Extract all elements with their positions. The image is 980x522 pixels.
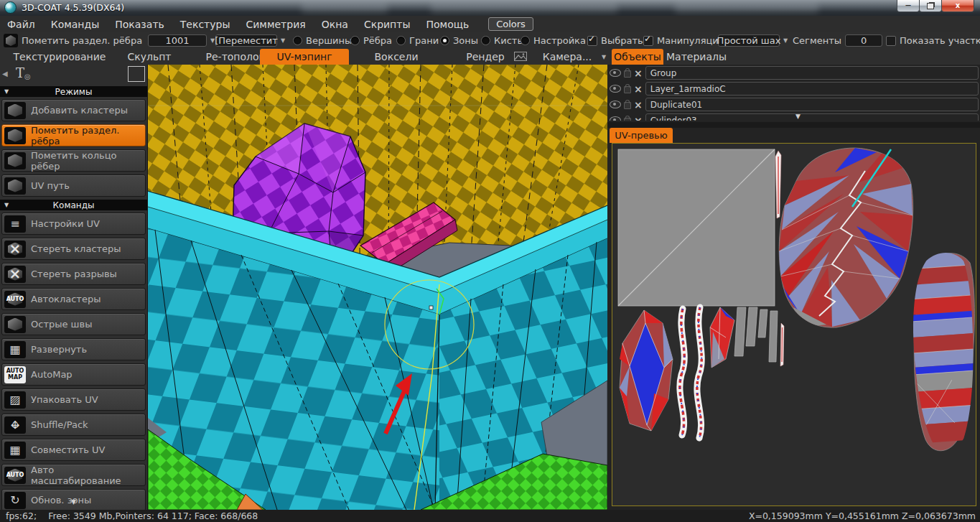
radio-icon [293, 36, 302, 45]
object-row[interactable]: × Group [610, 66, 979, 80]
cmd-automap[interactable]: AUTOMAP AutoMap [1, 363, 146, 386]
menu-help[interactable]: Помощь [419, 19, 477, 30]
tab-uv-preview[interactable]: UV-превью [610, 128, 673, 143]
menu-file[interactable]: Файл [0, 19, 43, 30]
visibility-eye-icon[interactable] [610, 116, 621, 121]
menu-textures[interactable]: Текстуры [172, 19, 238, 30]
camera-dropdown[interactable]: Камера... [536, 49, 599, 65]
restore-icon [927, 3, 934, 9]
restore-button[interactable] [919, 0, 942, 12]
mode-mark-edge-ring[interactable]: Пометить кольцо рёбер [1, 149, 146, 172]
delete-icon[interactable]: × [634, 116, 643, 121]
cmd-pack-uv[interactable]: ▨ Упаковать UV [1, 388, 146, 411]
tab-voxels[interactable]: Воксели [372, 49, 421, 65]
object-name-field[interactable]: Cylinder03 [645, 113, 979, 121]
faces-radio[interactable]: Грани [396, 32, 439, 49]
color-swatch[interactable] [128, 66, 145, 82]
cmd-sharp-seams[interactable]: Острые швы [1, 313, 146, 335]
uv-island-octagon [620, 310, 673, 431]
cmd-clear-seams[interactable]: × Стереть разрывы [1, 263, 146, 285]
uv-island-sliver [780, 323, 784, 366]
lock-icon[interactable] [624, 70, 631, 78]
cube-icon [4, 102, 26, 119]
object-name-field[interactable]: Group [645, 66, 979, 80]
delete-icon[interactable]: × [634, 68, 643, 78]
scroll-down-icon[interactable]: ▼ [795, 113, 801, 120]
cmd-unwrap[interactable]: ▦ Развернуть [1, 338, 146, 360]
cmd-auto-scale[interactable]: AUTO Авто масштабирование [1, 464, 146, 486]
settings-radio[interactable]: Настройка [521, 32, 586, 49]
tab-texturing[interactable]: Текстурирование [6, 49, 113, 65]
tab-render[interactable]: Рендер [462, 49, 508, 65]
menu-view[interactable]: Показать [107, 19, 172, 30]
chevron-down-icon[interactable]: ▼ [602, 54, 606, 60]
uv-island-sliver [775, 151, 781, 218]
checker-mode-dropdown[interactable]: Простой шах [718, 34, 780, 47]
cmd-shuffle-pack[interactable]: ↔↕ Shuffle/Pack [1, 414, 146, 436]
mode-uv-path[interactable]: UV путь [1, 174, 146, 197]
visibility-eye-icon[interactable] [610, 69, 621, 77]
tab-sculpt[interactable]: Скульпт [122, 49, 177, 65]
commands-section-header[interactable]: ▼ Команды [0, 200, 147, 210]
object-row[interactable]: × Duplicate01 [610, 98, 979, 111]
lock-icon[interactable] [624, 102, 631, 109]
delete-icon[interactable]: × [634, 100, 643, 110]
menu-windows[interactable]: Окна [314, 19, 356, 30]
scroll-down-icon[interactable]: ▼ [71, 498, 76, 505]
delete-icon[interactable]: × [634, 84, 643, 94]
show-areas-checkbox[interactable]: Показать участки [886, 32, 980, 49]
radio-icon-selected [440, 36, 449, 45]
lock-icon[interactable] [624, 118, 631, 121]
zones-radio[interactable]: Зоны [440, 32, 478, 49]
aero-reflection [431, 2, 617, 13]
checkbox-icon: ✓ [587, 36, 597, 46]
manipulations-checkbox[interactable]: ✓ Манипуляции [643, 32, 724, 49]
menu-symmetry[interactable]: Симметрия [238, 19, 314, 30]
menu-scripts[interactable]: Скрипты [356, 19, 419, 30]
text-tool-icon[interactable]: T◎ [16, 65, 31, 80]
collapse-section-icon: ▼ [4, 88, 9, 95]
object-row[interactable]: × Cylinder03 [610, 113, 979, 121]
vertices-radio[interactable]: Вершины [293, 32, 352, 49]
tab-objects[interactable]: Объекты [612, 49, 663, 65]
visibility-eye-icon[interactable] [610, 85, 621, 93]
select-checkbox[interactable]: ✓ Выбрать [587, 32, 643, 49]
menu-bar: Файл Команды Показать Текстуры Симметрия… [0, 16, 980, 33]
tab-uv-mapping[interactable]: UV-мэпинг [260, 49, 349, 65]
title-bar[interactable]: 3D-COAT 4.5.39(DX64) — x [0, 0, 980, 16]
current-tool-label: Пометить раздел. рёбра [22, 35, 142, 46]
transform-dropdown[interactable]: [Переместит [215, 34, 277, 47]
cmd-join-uv[interactable]: ▦ Совместить UV [1, 439, 146, 461]
modes-section-header[interactable]: ▼ Режимы [0, 86, 147, 97]
window-title: 3D-COAT 4.5.39(DX64) [22, 2, 124, 13]
menu-commands[interactable]: Команды [43, 19, 108, 30]
colors-button[interactable]: Colors [488, 17, 533, 31]
panel-divider [607, 122, 980, 128]
segments-input[interactable]: 0 [845, 34, 882, 47]
mode-add-clusters[interactable]: Добавить кластеры [1, 99, 146, 121]
object-name-field[interactable]: Layer_1armadioC [645, 82, 979, 95]
grid-icon: ▦ [4, 442, 26, 459]
cmd-clear-clusters[interactable]: × Стереть кластеры [1, 238, 146, 260]
viewport-3d[interactable] [148, 65, 607, 510]
tab-materials[interactable]: Материалы [666, 49, 727, 65]
cmd-uv-settings[interactable]: ≡ Настройки UV [1, 213, 146, 235]
checkbox-icon: ✓ [643, 36, 653, 46]
lock-icon[interactable] [624, 86, 631, 93]
chevron-down-icon: ▼ [783, 37, 788, 44]
edges-radio[interactable]: Рёбра [350, 32, 392, 49]
brush-radio[interactable]: Кисть [481, 32, 523, 49]
refresh-icon: ↻ [4, 492, 26, 509]
uv-island-wavy-sliver [697, 307, 701, 438]
uv-preview-canvas[interactable] [612, 143, 976, 506]
collapse-panel-icon[interactable]: ◀ [2, 70, 8, 78]
visibility-eye-icon[interactable] [610, 101, 621, 108]
uv-set-dropdown[interactable]: 1001 [148, 34, 207, 47]
mode-mark-seam-edges[interactable]: Пометить раздел. рёбра [1, 124, 146, 146]
close-button[interactable]: x [941, 0, 974, 12]
object-row[interactable]: × Layer_1armadioC [610, 82, 979, 95]
minimize-button[interactable]: — [897, 0, 920, 12]
cmd-auto-clusters[interactable]: AUTO Автокластеры [1, 288, 146, 310]
vertex-handle[interactable] [429, 306, 433, 309]
object-name-field[interactable]: Duplicate01 [645, 98, 979, 111]
